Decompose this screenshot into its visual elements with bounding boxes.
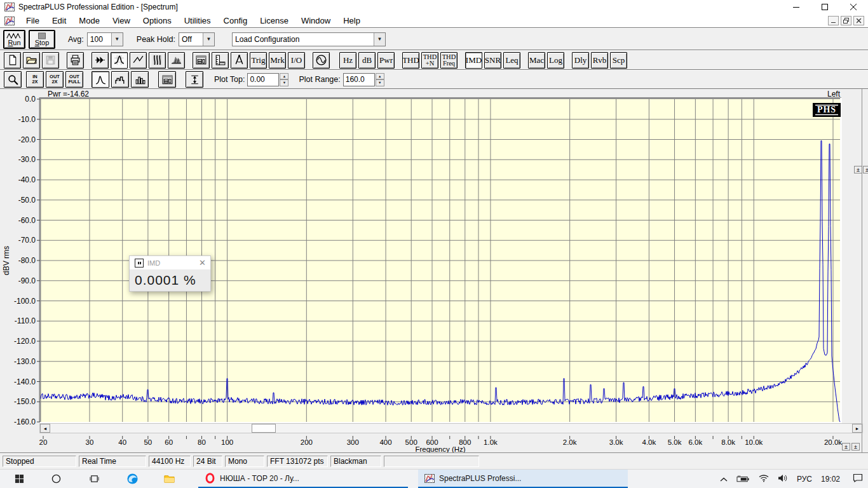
- menu-item[interactable]: Edit: [46, 15, 72, 27]
- macro-button[interactable]: Mac: [528, 52, 545, 69]
- load-configuration-dropdown[interactable]: Load Configuration ▼: [232, 32, 386, 46]
- frequency-units-button[interactable]: Hz: [339, 52, 356, 69]
- options-dialog-icon: [195, 54, 207, 66]
- open-folder-icon: [25, 54, 37, 66]
- mdi-close-button[interactable]: [853, 16, 864, 25]
- spectrogram-view-button[interactable]: [149, 52, 166, 69]
- scroll-left-icon[interactable]: ◄: [40, 424, 50, 433]
- thd-freq-button[interactable]: THDFreq: [440, 52, 458, 69]
- open-file-button[interactable]: [23, 52, 40, 69]
- vertical-range-button[interactable]: [186, 71, 203, 88]
- mdi-restore-button[interactable]: [841, 16, 851, 25]
- menu-item[interactable]: File: [20, 15, 46, 27]
- wifi-icon[interactable]: [759, 473, 769, 485]
- search-icon[interactable]: [48, 471, 64, 487]
- close-icon[interactable]: ✕: [199, 258, 206, 268]
- zoom-in-2x-button[interactable]: IN2X: [26, 71, 44, 88]
- surface-view-button[interactable]: [168, 52, 185, 69]
- file-explorer-icon[interactable]: [161, 471, 177, 487]
- clock[interactable]: 19:02: [821, 475, 840, 484]
- new-file-button[interactable]: [4, 52, 21, 69]
- battery-icon[interactable]: [736, 473, 750, 485]
- imd-window-title: IMD: [147, 259, 199, 267]
- menu-item[interactable]: License: [254, 15, 295, 27]
- splitter-plus-button[interactable]: ±: [863, 166, 868, 173]
- markers-button[interactable]: Mrk: [269, 52, 286, 69]
- imd-window-titlebar[interactable]: IMD ✕: [130, 256, 210, 269]
- avg-dropdown[interactable]: 100 ▼: [87, 32, 123, 46]
- zoom-plus-button[interactable]: ±: [842, 443, 850, 451]
- restart-average-button[interactable]: [92, 52, 109, 69]
- leq-button[interactable]: Leq: [503, 52, 520, 69]
- chevron-down-icon[interactable]: ▼: [111, 33, 123, 46]
- task-view-button[interactable]: [86, 471, 102, 487]
- thd-button[interactable]: THD: [402, 52, 419, 69]
- reverb-button[interactable]: Rvb: [591, 52, 608, 69]
- button-label: Dly: [574, 57, 587, 64]
- trigger-button[interactable]: Trig: [250, 52, 267, 69]
- snr-button[interactable]: SNR: [484, 52, 501, 69]
- spectrum-view-button[interactable]: [111, 52, 128, 69]
- bar-plot-button[interactable]: [131, 71, 149, 88]
- y-axis-label: -80.0: [18, 256, 36, 265]
- scrollbar-thumb[interactable]: [252, 424, 276, 433]
- spin-up-icon[interactable]: ▲: [280, 73, 288, 80]
- taskbar-button-opera[interactable]: НЮША - TOP 20 - Лу...: [198, 470, 408, 488]
- peak-hold-dropdown[interactable]: Off ▼: [179, 32, 215, 46]
- spin-down-icon[interactable]: ▼: [376, 79, 384, 86]
- action-center-icon[interactable]: [853, 473, 863, 485]
- plot-top-input[interactable]: [247, 73, 279, 86]
- maximize-button[interactable]: [811, 0, 839, 14]
- menu-item[interactable]: Options: [137, 15, 178, 27]
- scroll-right-icon[interactable]: ►: [852, 424, 862, 433]
- speaker-icon[interactable]: [778, 473, 788, 485]
- menu-item[interactable]: Utilities: [178, 15, 217, 27]
- scope-button[interactable]: Scp: [610, 52, 627, 69]
- scaling-button[interactable]: [212, 52, 229, 69]
- y-axis-title: dBV rms: [2, 246, 11, 275]
- step-plot-button[interactable]: [111, 71, 129, 88]
- run-button[interactable]: Run: [3, 30, 25, 49]
- x-axis-label: 200: [301, 438, 313, 446]
- zoom-minus-button[interactable]: ±: [851, 443, 860, 451]
- log-button[interactable]: Log: [547, 52, 564, 69]
- zoom-out-2x-button[interactable]: OUT2X: [46, 71, 64, 88]
- zoom-out-full-button[interactable]: OUTFULL: [65, 71, 83, 88]
- imd-button[interactable]: IMD: [465, 52, 482, 69]
- amplitude-units-button[interactable]: dB: [358, 52, 376, 69]
- save-button[interactable]: [42, 52, 59, 69]
- chevron-down-icon[interactable]: ▼: [374, 33, 385, 46]
- menu-item[interactable]: Window: [295, 15, 337, 27]
- display-options-button[interactable]: [193, 52, 210, 69]
- minimize-button[interactable]: [782, 0, 811, 14]
- tray-chevron-icon[interactable]: [720, 473, 728, 485]
- spin-down-icon[interactable]: ▼: [280, 79, 288, 86]
- calibration-button[interactable]: [231, 52, 248, 69]
- taskbar-button-spectraplus[interactable]: SpectraPLUS Professi...: [418, 470, 628, 488]
- start-button[interactable]: [11, 471, 27, 487]
- zoom-button[interactable]: [4, 71, 22, 88]
- spin-up-icon[interactable]: ▲: [376, 73, 384, 80]
- menu-item[interactable]: Mode: [72, 15, 106, 27]
- thd-n-button[interactable]: THD+N: [421, 52, 438, 69]
- signal-generator-button[interactable]: [313, 52, 330, 69]
- splitter-plus-button[interactable]: ±: [854, 166, 862, 173]
- plot-range-input[interactable]: [343, 73, 375, 86]
- power-button[interactable]: Pwr: [377, 52, 395, 69]
- print-button[interactable]: [67, 52, 84, 69]
- edge-icon[interactable]: [125, 471, 140, 487]
- plot-options-button[interactable]: [158, 71, 176, 88]
- time-series-view-button[interactable]: [130, 52, 147, 69]
- delay-button[interactable]: Dly: [572, 52, 589, 69]
- menu-item[interactable]: Config: [217, 15, 254, 27]
- io-device-button[interactable]: I/O: [288, 52, 305, 69]
- chevron-down-icon[interactable]: ▼: [203, 33, 214, 46]
- line-plot-button[interactable]: [92, 71, 109, 88]
- frequency-scrollbar[interactable]: ◄ ►: [39, 423, 863, 433]
- close-button[interactable]: [839, 0, 868, 14]
- keyboard-language[interactable]: РУС: [797, 475, 812, 484]
- mdi-minimize-button[interactable]: [828, 16, 839, 25]
- stop-button[interactable]: Stop: [29, 30, 55, 49]
- menu-item[interactable]: Help: [337, 15, 367, 27]
- menu-item[interactable]: View: [106, 15, 137, 27]
